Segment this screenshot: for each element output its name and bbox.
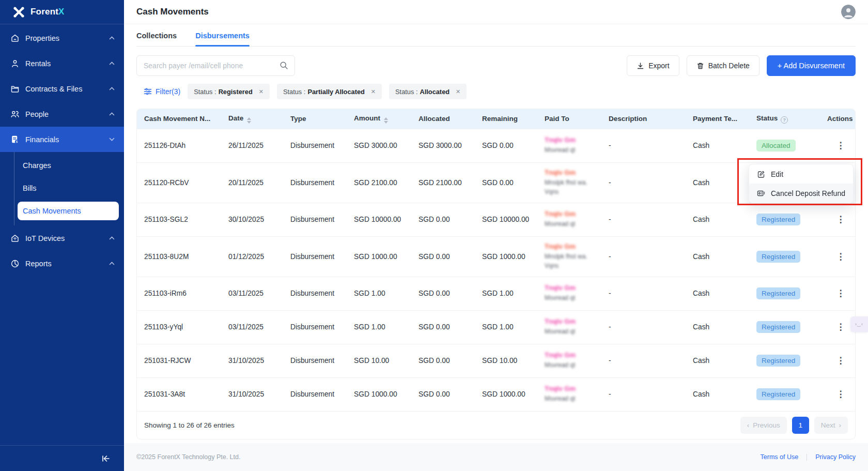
cell-payment-term: Cash — [686, 129, 749, 162]
page-title: Cash Movements — [136, 7, 209, 17]
finance-document-icon: $ — [10, 135, 20, 144]
redacted-payee-name: Tnqlv Gm — [545, 210, 597, 217]
close-icon[interactable]: ✕ — [456, 88, 460, 95]
paid-to-redacted: Tnqlv Gm Msvread qt — [545, 385, 597, 403]
kebab-menu-icon[interactable]: ⋮ — [833, 212, 848, 227]
edit-icon — [757, 170, 765, 178]
sidebar-item-reports[interactable]: Reports — [0, 251, 124, 276]
help-icon[interactable]: ? — [781, 116, 788, 124]
batch-delete-button[interactable]: Batch Delete — [687, 55, 760, 76]
pie-chart-icon — [10, 259, 20, 268]
cell-description: - — [601, 129, 686, 162]
cell-type: Disbursement — [283, 129, 347, 162]
terms-of-use-link[interactable]: Terms of Use — [761, 453, 799, 461]
user-avatar[interactable] — [841, 5, 856, 19]
menu-item-edit[interactable]: Edit — [749, 164, 853, 184]
cell-date: 31/10/2025 — [221, 377, 283, 411]
chip-value: Allocated — [420, 88, 450, 96]
status-badge: Registered — [756, 251, 800, 263]
privacy-policy-link[interactable]: Privacy Policy — [815, 453, 856, 461]
sidebar-nav: Properties Rentals Contracts & Files Peo… — [0, 24, 124, 276]
status-badge: Allocated — [756, 140, 796, 151]
edge-widget-face[interactable]: ›‿‹ — [850, 316, 868, 332]
close-icon[interactable]: ✕ — [259, 88, 264, 95]
filter-chip-partially-allocated[interactable]: Status :Partially Allocated ✕ — [277, 84, 382, 99]
filter-chip-allocated[interactable]: Status :Allocated ✕ — [389, 84, 467, 99]
person-icon — [10, 59, 20, 68]
redacted-payee-detail: Mnslpk fhst wa. Vqns — [545, 178, 597, 196]
sidebar-item-bills[interactable]: Bills — [14, 177, 119, 200]
paid-to-redacted: Tnqlv Gm Msvread qt — [545, 352, 597, 370]
next-label: Next — [821, 421, 835, 429]
sidebar-item-charges[interactable]: Charges — [14, 154, 119, 177]
kebab-menu-icon[interactable]: ⋮ — [833, 387, 848, 402]
cell-description: - — [601, 310, 686, 344]
redacted-payee-detail: Mnslpk fhst wa. Vqns — [545, 252, 597, 270]
kebab-menu-icon[interactable]: ⋮ — [833, 320, 848, 335]
cell-payment-term: Cash — [686, 162, 749, 203]
chip-value: Registered — [219, 88, 253, 96]
home-icon — [10, 34, 20, 43]
sidebar-item-financials[interactable]: $ Financials — [0, 127, 124, 152]
tab-collections[interactable]: Collections — [136, 32, 177, 46]
cell-date: 26/11/2025 — [221, 129, 283, 162]
cell-cash-movement-number: 251103-iRm6 — [137, 277, 221, 310]
kebab-menu-icon[interactable]: ⋮ — [833, 286, 848, 301]
kebab-menu-icon[interactable]: ⋮ — [833, 139, 848, 153]
redacted-payee-name: Tnqlv Gm — [545, 243, 597, 250]
paid-to-redacted: Tnqlv Gm Mnslpk fhst wa. Vqns — [545, 169, 597, 196]
sidebar-item-label: People — [25, 110, 109, 118]
filter-toggle[interactable]: Filter(3) — [144, 87, 180, 96]
sidebar-item-cash-movements[interactable]: Cash Movements — [18, 202, 119, 220]
collapse-sidebar-icon[interactable] — [101, 454, 111, 463]
filter-chip-registered[interactable]: Status :Registered ✕ — [188, 84, 270, 99]
filter-icon — [144, 88, 152, 95]
sidebar-item-label: IoT Devices — [25, 234, 109, 242]
search-icon[interactable] — [280, 61, 288, 70]
filter-row: Filter(3) Status :Registered ✕ Status :P… — [136, 84, 856, 99]
chip-value: Partially Allocated — [307, 88, 364, 96]
chevron-up-icon — [109, 62, 115, 65]
cell-amount: SGD 2100.00 — [347, 162, 411, 203]
chip-key: Status : — [395, 88, 417, 96]
next-page-button[interactable]: Next › — [814, 417, 848, 434]
cell-status: Registered — [749, 310, 820, 344]
cell-allocated: SGD 2100.00 — [411, 162, 475, 203]
col-header-amount[interactable]: Amount — [347, 109, 411, 129]
cell-cash-movement-number: 251103-8U2M — [137, 236, 221, 277]
tab-bar: Collections Disbursements — [136, 24, 856, 47]
sidebar-item-contracts-files[interactable]: Contracts & Files — [0, 76, 124, 101]
search-input[interactable] — [136, 55, 295, 76]
sort-icon[interactable] — [247, 117, 251, 124]
sidebar-item-label: Contracts & Files — [25, 85, 109, 93]
tab-disbursements[interactable]: Disbursements — [195, 32, 250, 46]
cell-remaining: SGD 0.00 — [475, 162, 537, 203]
menu-item-cancel-deposit-refund[interactable]: Cancel Deposit Refund — [749, 184, 853, 203]
row-context-menu: Edit Cancel Deposit Refund — [749, 164, 854, 203]
cell-payment-term: Cash — [686, 310, 749, 344]
page-footer: ©2025 ForentX Technology Pte. Ltd. Terms… — [124, 443, 868, 471]
status-badge: Registered — [756, 321, 800, 333]
cell-actions: ⋮ — [820, 203, 856, 236]
sidebar-item-people[interactable]: People — [0, 101, 124, 127]
sidebar-item-properties[interactable]: Properties — [0, 25, 124, 51]
col-header-number: Cash Movement N... — [137, 109, 221, 129]
close-icon[interactable]: ✕ — [371, 88, 376, 95]
page-number-button[interactable]: 1 — [792, 417, 809, 434]
sidebar-item-iot-devices[interactable]: IoT Devices — [0, 225, 124, 251]
export-button[interactable]: Export — [627, 55, 679, 76]
col-header-allocated: Allocated — [411, 109, 475, 129]
col-header-description: Description — [601, 109, 686, 129]
chevron-left-icon: ‹ — [747, 421, 750, 429]
kebab-menu-icon[interactable]: ⋮ — [833, 354, 848, 368]
col-header-date[interactable]: Date — [221, 109, 283, 129]
pagination-controls: ‹ Previous 1 Next › — [740, 417, 848, 434]
previous-page-button[interactable]: ‹ Previous — [740, 417, 787, 434]
cell-payment-term: Cash — [686, 344, 749, 377]
cell-paid-to: Tnqlv Gm Msvread qt — [537, 310, 601, 344]
cell-amount: SGD 1.00 — [347, 310, 411, 344]
sidebar-item-rentals[interactable]: Rentals — [0, 51, 124, 76]
kebab-menu-icon[interactable]: ⋮ — [833, 249, 848, 264]
add-disbursement-button[interactable]: + Add Disvursement — [767, 55, 856, 76]
sort-icon[interactable] — [384, 117, 388, 124]
